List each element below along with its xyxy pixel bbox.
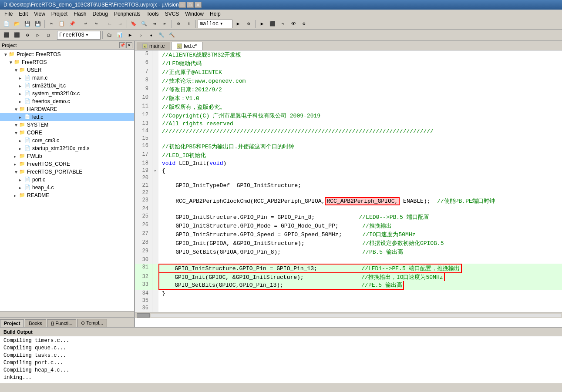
tab-books[interactable]: Books — [25, 319, 46, 327]
search-dropdown[interactable]: malloc ▼ — [198, 20, 232, 28]
tree-item-portc[interactable]: ▸ 📄 port.c — [0, 176, 134, 184]
tree-item-ledc[interactable]: ▸ 📄 led.c — [0, 113, 134, 121]
menu-view[interactable]: View — [31, 10, 48, 17]
build-button[interactable]: ⚙ — [174, 19, 183, 29]
step-over-button[interactable]: ↷ — [278, 19, 288, 29]
menu-tools[interactable]: Tools — [144, 10, 162, 17]
code-hscroll[interactable] — [135, 312, 562, 318]
menu-file[interactable]: File — [2, 10, 15, 17]
open-button[interactable]: 📂 — [12, 19, 22, 29]
file-tab-mainc[interactable]: c main.c — [137, 42, 170, 50]
separator7 — [255, 20, 256, 28]
save-all-button[interactable]: 💾 — [33, 19, 43, 29]
project-close-button[interactable]: ✕ — [126, 42, 132, 48]
menu-edit[interactable]: Edit — [16, 10, 30, 17]
tree-item-user[interactable]: ▼ 📁 USER — [0, 66, 134, 74]
maximize-button[interactable]: □ — [187, 2, 194, 8]
file-tabs: c main.c c led.c* — [135, 41, 562, 50]
folder-icon: 📁 — [9, 51, 16, 57]
tree-item-core-cm3[interactable]: ▸ 📄 core_cm3.c — [0, 137, 134, 144]
download-button[interactable]: ⬇ — [184, 19, 194, 29]
tb2-btn4[interactable]: ▷ — [33, 30, 43, 40]
tb2-btn3[interactable]: ⚙ — [23, 30, 32, 40]
tree-label: Project: FreeRTOS — [17, 51, 61, 57]
tb2-btn10[interactable]: ⬧ — [146, 30, 156, 40]
cut-button[interactable]: ✂ — [47, 19, 56, 29]
folder-icon: 📁 — [14, 59, 21, 65]
project-pin-button[interactable]: 📌 — [119, 42, 125, 48]
menu-peripherals[interactable]: Peripherals — [111, 10, 143, 17]
code-line: 9 //修改日期:2012/9/2 — [135, 85, 562, 94]
stop-debug-button[interactable]: ⬛ — [268, 19, 277, 29]
copy-button[interactable]: 📋 — [57, 19, 67, 29]
bookmark-button[interactable]: 🔖 — [129, 19, 138, 29]
tree-item-readme[interactable]: ▸ 📁 README — [0, 191, 134, 199]
start-debug-button[interactable]: ▶ — [257, 19, 267, 29]
code-line: 5 //ALIENTEK战舰STM32开发板 — [135, 50, 562, 59]
close-button[interactable]: ✕ — [195, 2, 202, 8]
menu-svcs[interactable]: SVCS — [162, 10, 182, 17]
build-output-content[interactable]: Compiling timers.c... Compiling queue.c.… — [0, 336, 562, 383]
tree-item-system-folder[interactable]: ▼ 📁 SYSTEM — [0, 121, 134, 129]
menu-help[interactable]: Help — [207, 10, 223, 17]
forward-button[interactable]: → — [115, 19, 125, 29]
tree-item-freertos-portable[interactable]: ▼ 📁 FreeRTOS_PORTABLE — [0, 168, 134, 176]
project-hscroll[interactable] — [0, 311, 134, 317]
tree-item-freertos-demo[interactable]: ▸ 📄 freertos_demo.c — [0, 97, 134, 105]
tree-item-heap4c[interactable]: ▸ 📄 heap_4.c — [0, 184, 134, 191]
tab-functions[interactable]: {} Functi... — [47, 319, 77, 327]
tree-label: heap_4.c — [32, 184, 54, 191]
line-number: 16 — [135, 142, 152, 151]
tree-item-freertos-core[interactable]: ▸ 📁 FreeRTOS_CORE — [0, 160, 134, 168]
tree-label: FreeRTOS_PORTABLE — [27, 169, 82, 175]
menu-window[interactable]: Window — [182, 10, 206, 17]
tb2-btn6[interactable]: 🗂 — [104, 30, 114, 40]
tree-arrow-icon: ▼ — [9, 60, 14, 65]
line-arrow — [152, 264, 158, 273]
find-button[interactable]: 🔍 — [139, 19, 149, 29]
tree-item-freertos[interactable]: ▼ 📁 FreeRTOS — [0, 58, 134, 66]
menu-project[interactable]: Project — [49, 10, 70, 17]
code-editor[interactable]: 5 //ALIENTEK战舰STM32开发板 6 //LED驱动代码 7 //正… — [135, 50, 562, 327]
search-opts-button[interactable]: ⚙ — [244, 19, 253, 29]
tb2-btn7[interactable]: 📊 — [115, 30, 125, 40]
tree-item-project[interactable]: ▼ 📁 Project: FreeRTOS — [0, 50, 134, 58]
outdent-button[interactable]: ⇤ — [160, 19, 170, 29]
redo-button[interactable]: ↪ — [91, 19, 101, 29]
tree-item-hardware[interactable]: ▼ 📁 HARDWARE — [0, 105, 134, 113]
menu-debug[interactable]: Debug — [90, 10, 111, 17]
target-dropdown[interactable]: FreeRTOS ▼ — [57, 31, 101, 40]
back-button[interactable]: ← — [105, 19, 114, 29]
tree-item-core[interactable]: ▼ 📁 CORE — [0, 129, 134, 137]
file-tab-ledc[interactable]: c led.c* — [171, 42, 202, 50]
watch-button[interactable]: 👁 — [289, 19, 298, 29]
tab-project[interactable]: Project — [0, 319, 24, 327]
tb2-btn12[interactable]: 🔨 — [167, 30, 177, 40]
tab-templates[interactable]: ⊕ Templ... — [77, 319, 107, 327]
line-number: 27 — [135, 230, 152, 239]
build-output-title: Build Output — [3, 329, 33, 335]
indent-button[interactable]: ⇥ — [150, 19, 159, 29]
menu-flash[interactable]: Flash — [71, 10, 89, 17]
tb2-btn5[interactable]: ◻ — [44, 30, 53, 40]
new-button[interactable]: 📄 — [2, 19, 11, 29]
file-icon: 📄 — [24, 83, 31, 89]
tree-item-fwlib[interactable]: ▸ 📁 FWLib — [0, 152, 134, 160]
search-exec-button[interactable]: ▶ — [233, 19, 243, 29]
minimize-button[interactable]: − — [179, 2, 186, 8]
tb2-btn2[interactable]: ⬛ — [12, 30, 22, 40]
settings-button[interactable]: ⚙ — [299, 19, 309, 29]
tb2-btn11[interactable]: 🔧 — [157, 30, 166, 40]
tree-label: USER — [27, 67, 41, 73]
paste-button[interactable]: 📌 — [67, 19, 77, 29]
tree-label: FWLib — [27, 153, 42, 159]
tb2-btn9[interactable]: ⬦ — [136, 30, 145, 40]
save-button[interactable]: 💾 — [23, 19, 32, 29]
undo-button[interactable]: ↩ — [81, 19, 91, 29]
tree-item-startup[interactable]: ▸ 📄 startup_stm32f10x_md.s — [0, 144, 134, 152]
tree-item-system[interactable]: ▸ 📄 system_stm32f10x.c — [0, 90, 134, 97]
tb2-btn1[interactable]: ⬛ — [2, 30, 11, 40]
tree-item-mainc[interactable]: ▸ 📄 main.c — [0, 74, 134, 82]
tree-item-stm32it[interactable]: ▸ 📄 stm32f10x_it.c — [0, 82, 134, 90]
tb2-btn8[interactable]: ▶ — [125, 30, 135, 40]
